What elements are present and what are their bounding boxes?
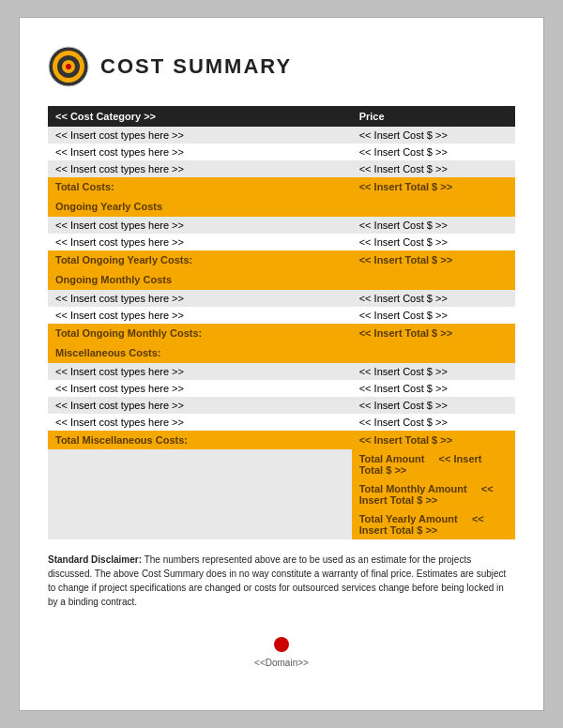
price-cell: << Insert Cost $ >> <box>352 380 515 397</box>
price-cell: << Insert Cost $ >> <box>352 217 515 234</box>
category-cell: << Insert cost types here >> <box>48 397 352 414</box>
category-cell: << Insert cost types here >> <box>48 234 352 250</box>
disclaimer: Standard Disclaimer: The numbers represe… <box>48 553 515 609</box>
price-cell: << Insert Cost $ >> <box>352 414 515 431</box>
table-row: << Insert cost types here >> << Insert C… <box>48 160 515 177</box>
summary-label: Total Monthly Amount << Insert Total $ >… <box>352 479 515 509</box>
summary-empty-cell <box>48 479 352 509</box>
total-value: << Insert Total $ >> <box>352 250 515 269</box>
header: COST SUMMARY <box>48 46 515 87</box>
section-header-label: Ongoing Yearly Costs <box>48 196 515 217</box>
table-row: << Insert cost types here >> << Insert C… <box>48 127 515 144</box>
total-row: Total Miscellaneous Costs: << Insert Tot… <box>48 431 515 449</box>
page: COST SUMMARY << Cost Category >> Price <… <box>19 17 544 711</box>
table-row: << Insert cost types here >> << Insert C… <box>48 414 515 431</box>
total-value: << Insert Total $ >> <box>352 324 515 342</box>
price-cell: << Insert Cost $ >> <box>352 144 515 160</box>
summary-row: Total Yearly Amount << Insert Total $ >> <box>48 509 515 539</box>
footer: <<Domain>> <box>48 637 515 668</box>
col-price-header: Price <box>352 106 515 127</box>
table-row: << Insert cost types here >> << Insert C… <box>48 144 515 160</box>
total-row: Total Costs: << Insert Total $ >> <box>48 177 515 196</box>
price-cell: << Insert Cost $ >> <box>352 307 515 324</box>
price-cell: << Insert Cost $ >> <box>352 397 515 414</box>
category-cell: << Insert cost types here >> <box>48 290 352 307</box>
summary-empty-cell <box>48 509 352 539</box>
svg-point-4 <box>66 64 71 69</box>
table-row: << Insert cost types here >> << Insert C… <box>48 234 515 250</box>
category-cell: << Insert cost types here >> <box>48 127 352 144</box>
price-cell: << Insert Cost $ >> <box>352 127 515 144</box>
total-label: Total Ongoing Monthly Costs: <box>48 324 352 342</box>
section-header-row: Ongoing Yearly Costs <box>48 196 515 217</box>
logo-icon <box>48 46 89 87</box>
page-title: COST SUMMARY <box>100 54 292 79</box>
category-cell: << Insert cost types here >> <box>48 363 352 380</box>
cost-table: << Cost Category >> Price << Insert cost… <box>48 106 515 539</box>
table-row: << Insert cost types here >> << Insert C… <box>48 380 515 397</box>
category-cell: << Insert cost types here >> <box>48 144 352 160</box>
footer-dot-icon <box>274 637 289 652</box>
total-label: Total Ongoing Yearly Costs: <box>48 250 352 269</box>
price-cell: << Insert Cost $ >> <box>352 363 515 380</box>
section-header-row: Miscellaneous Costs: <box>48 342 515 363</box>
table-row: << Insert cost types here >> << Insert C… <box>48 307 515 324</box>
summary-empty-cell <box>48 449 352 479</box>
total-row: Total Ongoing Yearly Costs: << Insert To… <box>48 250 515 269</box>
price-cell: << Insert Cost $ >> <box>352 234 515 250</box>
summary-label: Total Yearly Amount << Insert Total $ >> <box>352 509 515 539</box>
disclaimer-label: Standard Disclaimer: <box>48 554 142 565</box>
table-row: << Insert cost types here >> << Insert C… <box>48 217 515 234</box>
total-row: Total Ongoing Monthly Costs: << Insert T… <box>48 324 515 342</box>
summary-label: Total Amount << Insert Total $ >> <box>352 449 515 479</box>
category-cell: << Insert cost types here >> <box>48 217 352 234</box>
table-row: << Insert cost types here >> << Insert C… <box>48 363 515 380</box>
category-cell: << Insert cost types here >> <box>48 380 352 397</box>
price-cell: << Insert Cost $ >> <box>352 290 515 307</box>
table-row: << Insert cost types here >> << Insert C… <box>48 397 515 414</box>
price-cell: << Insert Cost $ >> <box>352 160 515 177</box>
section-header-label: Ongoing Monthly Costs <box>48 269 515 290</box>
summary-row: Total Amount << Insert Total $ >> <box>48 449 515 479</box>
category-cell: << Insert cost types here >> <box>48 160 352 177</box>
table-row: << Insert cost types here >> << Insert C… <box>48 290 515 307</box>
total-label: Total Miscellaneous Costs: <box>48 431 352 449</box>
footer-domain: <<Domain>> <box>48 658 515 668</box>
total-value: << Insert Total $ >> <box>352 177 515 196</box>
category-cell: << Insert cost types here >> <box>48 307 352 324</box>
total-label: Total Costs: <box>48 177 352 196</box>
category-cell: << Insert cost types here >> <box>48 414 352 431</box>
total-value: << Insert Total $ >> <box>352 431 515 449</box>
summary-row: Total Monthly Amount << Insert Total $ >… <box>48 479 515 509</box>
section-header-label: Miscellaneous Costs: <box>48 342 515 363</box>
col-category-header: << Cost Category >> <box>48 106 352 127</box>
section-header-row: Ongoing Monthly Costs <box>48 269 515 290</box>
